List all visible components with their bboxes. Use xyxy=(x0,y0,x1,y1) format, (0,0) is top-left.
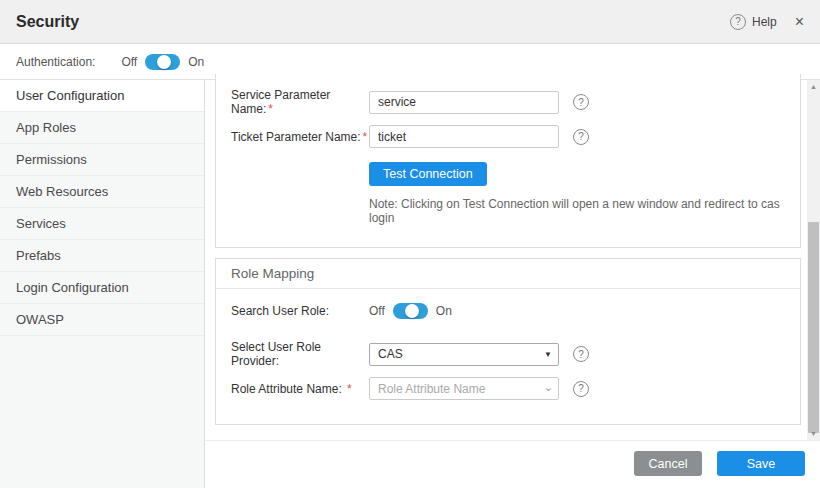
toggle-knob xyxy=(405,304,419,318)
help-icon[interactable]: ? xyxy=(573,94,589,110)
sidebar-item-app-roles[interactable]: App Roles xyxy=(0,112,204,144)
toggle-knob xyxy=(157,55,171,69)
user-role-provider-select[interactable]: CAS ▼ xyxy=(369,343,559,366)
sidebar-item-services[interactable]: Services xyxy=(0,208,204,240)
scroll-down-icon[interactable]: ▼ xyxy=(807,427,820,440)
service-parameter-row: Service Parameter Name:* ? xyxy=(231,88,790,116)
dialog-footer: Cancel Save xyxy=(205,440,820,488)
role-attribute-row: Role Attribute Name: * ⌄ ? xyxy=(231,377,790,400)
sidebar-item-login-configuration[interactable]: Login Configuration xyxy=(0,272,204,304)
role-mapping-title: Role Mapping xyxy=(216,259,800,289)
sidebar-item-web-resources[interactable]: Web Resources xyxy=(0,176,204,208)
dropdown-arrow-icon: ▼ xyxy=(544,350,552,359)
required-asterisk: * xyxy=(347,382,352,396)
content-area: Service Parameter Name:* ? Ticket Parame… xyxy=(205,80,820,440)
help-icon[interactable]: ? xyxy=(573,381,589,397)
role-attribute-input[interactable] xyxy=(369,377,559,400)
label-text: Service Parameter Name: xyxy=(231,88,330,116)
page-title: Security xyxy=(16,13,79,31)
label-text: Role Attribute Name: xyxy=(231,382,342,396)
sidebar-item-prefabs[interactable]: Prefabs xyxy=(0,240,204,272)
required-asterisk: * xyxy=(268,102,273,116)
sidebar-item-user-configuration[interactable]: User Configuration xyxy=(0,80,204,112)
header-actions: ? Help × xyxy=(730,14,804,30)
required-asterisk: * xyxy=(363,130,368,144)
role-attribute-combobox: ⌄ xyxy=(369,377,559,400)
authentication-on-label: On xyxy=(188,55,204,69)
close-icon[interactable]: × xyxy=(795,14,804,30)
sidebar-item-permissions[interactable]: Permissions xyxy=(0,144,204,176)
scroll-up-icon[interactable]: ▲ xyxy=(807,80,820,93)
help-link[interactable]: Help xyxy=(752,15,777,29)
user-role-provider-label: Select User Role Provider: xyxy=(231,340,369,368)
dialog-header: Security ? Help × xyxy=(0,0,820,44)
role-mapping-panel: Role Mapping Search User Role: Off On Se… xyxy=(215,258,801,425)
authentication-off-label: Off xyxy=(121,55,137,69)
authentication-label: Authentication: xyxy=(16,55,95,69)
search-user-role-label: Search User Role: xyxy=(231,304,369,318)
service-parameter-label: Service Parameter Name:* xyxy=(231,88,369,116)
vertical-scrollbar[interactable]: ▲ ▼ xyxy=(807,80,820,440)
cancel-button[interactable]: Cancel xyxy=(634,451,702,476)
search-user-role-toggle[interactable] xyxy=(393,303,428,319)
ticket-parameter-label: Ticket Parameter Name:* xyxy=(231,130,369,144)
search-user-role-row: Search User Role: Off On xyxy=(231,303,790,319)
security-dialog: Security ? Help × Authentication: Off On… xyxy=(0,0,820,488)
selected-provider-value: CAS xyxy=(378,347,403,361)
search-user-role-on-label: On xyxy=(436,304,452,318)
service-parameter-input[interactable] xyxy=(369,91,559,114)
authentication-toggle[interactable] xyxy=(145,54,180,70)
user-role-provider-row: Select User Role Provider: CAS ▼ ? xyxy=(231,340,790,368)
ticket-parameter-input[interactable] xyxy=(369,125,559,148)
sidebar-item-owasp[interactable]: OWASP xyxy=(0,304,204,336)
help-icon[interactable]: ? xyxy=(573,129,589,145)
search-user-role-off-label: Off xyxy=(369,304,385,318)
test-connection-button[interactable]: Test Connection xyxy=(369,162,487,186)
help-icon[interactable]: ? xyxy=(573,346,589,362)
role-attribute-label: Role Attribute Name: * xyxy=(231,382,369,396)
ticket-parameter-row: Ticket Parameter Name:* ? xyxy=(231,125,790,148)
test-connection-note: Note: Clicking on Test Connection will o… xyxy=(369,197,800,225)
scrollbar-thumb[interactable] xyxy=(808,222,819,433)
sidebar: User Configuration App Roles Permissions… xyxy=(0,80,205,488)
save-button[interactable]: Save xyxy=(717,451,805,476)
help-icon[interactable]: ? xyxy=(730,14,746,30)
label-text: Ticket Parameter Name: xyxy=(231,130,361,144)
cas-parameters-panel: Service Parameter Name:* ? Ticket Parame… xyxy=(215,74,801,248)
